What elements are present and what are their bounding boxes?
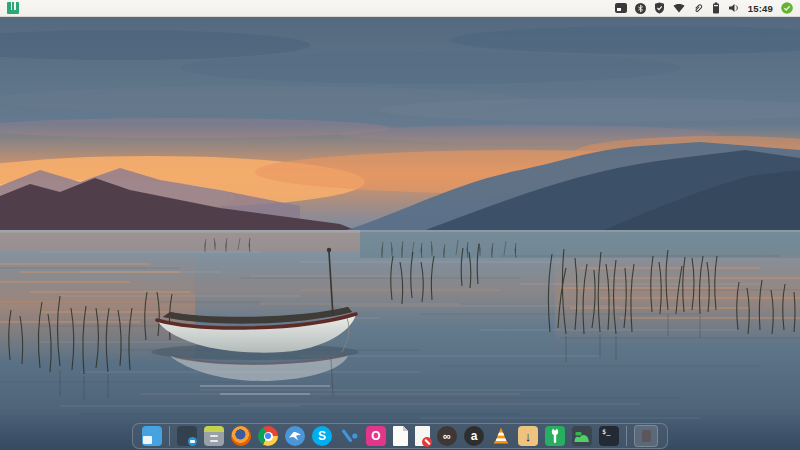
screenshot-app-icon[interactable] [177, 426, 197, 446]
bluetooth-icon[interactable] [635, 2, 646, 15]
infinity-glyph: ∞ [443, 427, 451, 446]
tasks-app-icon[interactable] [339, 426, 359, 446]
paperclip-icon[interactable] [693, 2, 704, 15]
battery-icon[interactable] [712, 2, 720, 15]
amazon-letter: a [471, 427, 478, 446]
vlc-icon[interactable] [491, 426, 511, 446]
libreoffice-icon[interactable] [393, 426, 408, 446]
top-panel: 15:49 [0, 0, 800, 17]
skype-icon[interactable]: S [312, 426, 332, 446]
display-icon[interactable] [615, 2, 627, 15]
chrome-icon[interactable] [258, 426, 278, 446]
document-blocked-icon[interactable] [415, 426, 430, 446]
updates-icon[interactable] [781, 2, 793, 15]
ms-office-icon[interactable]: O [366, 426, 386, 446]
file-manager-icon[interactable] [572, 426, 592, 446]
terminal-prompt: $_ [602, 428, 610, 436]
infinity-app-icon[interactable]: ∞ [437, 426, 457, 446]
downloads-icon[interactable]: ↓ [518, 426, 538, 446]
office-letter: O [371, 426, 380, 446]
manjaro-menu-icon[interactable] [7, 2, 19, 14]
archive-manager-icon[interactable] [204, 426, 224, 446]
firefox-icon[interactable] [231, 426, 251, 446]
messenger-icon[interactable] [285, 426, 305, 446]
show-desktop-icon[interactable] [142, 426, 162, 446]
dock-separator [169, 426, 170, 446]
skype-letter: S [318, 426, 326, 446]
wallpaper [0, 0, 800, 450]
system-tray: 15:49 [615, 2, 793, 15]
panel-clock[interactable]: 15:49 [748, 3, 773, 14]
volume-icon[interactable] [728, 2, 740, 15]
wifi-icon[interactable] [673, 2, 685, 15]
shield-check-icon[interactable] [654, 2, 665, 15]
desktop: 15:49 S O [0, 0, 800, 450]
dock-separator [626, 426, 627, 446]
amazon-icon[interactable]: a [464, 426, 484, 446]
download-arrow: ↓ [525, 427, 532, 446]
settings-tools-icon[interactable] [545, 426, 565, 446]
trash-icon[interactable] [634, 425, 658, 447]
terminal-icon[interactable]: $_ [599, 426, 619, 446]
dock: S O ∞ a [132, 423, 668, 449]
